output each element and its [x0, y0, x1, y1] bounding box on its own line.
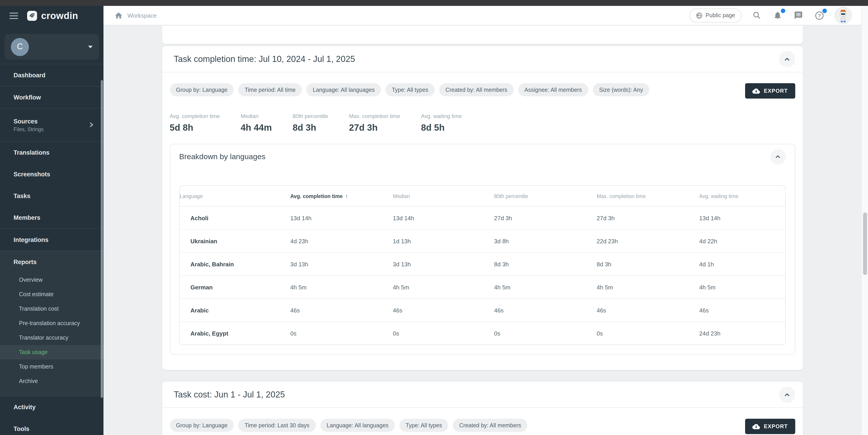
value-cell: 0s — [290, 322, 393, 345]
page-scrollbar[interactable] — [861, 6, 868, 435]
language-cell: Arabic, Bahrain — [180, 253, 290, 276]
value-cell: 4h 5m — [290, 276, 393, 299]
stat-label: 80th percentile — [292, 113, 328, 119]
language-cell: Arabic — [180, 299, 290, 322]
filter-chip[interactable]: Language: All languages — [320, 419, 395, 432]
filter-chip[interactable]: Group by: Language — [170, 419, 234, 432]
value-cell: 3d 13h — [393, 253, 494, 276]
sidebar-subitem[interactable]: Overview — [0, 273, 103, 287]
filter-chip[interactable]: Type: All types — [385, 83, 434, 96]
hamburger-menu-icon[interactable] — [9, 11, 18, 21]
sources-subtitle: Files, Strings — [13, 126, 43, 132]
filter-chips: Group by: LanguageTime period: All timeL… — [170, 83, 649, 96]
sidebar-subitem[interactable]: Task usage — [0, 345, 103, 359]
filter-chip[interactable]: Time period: All time — [238, 83, 302, 96]
value-cell: 8d 3h — [597, 253, 699, 276]
home-icon[interactable] — [114, 11, 123, 20]
language-cell: German — [180, 276, 290, 299]
filter-chip[interactable]: Time period: Last 30 days — [238, 419, 316, 432]
value-cell: 24d 23h — [699, 322, 785, 345]
messages-icon[interactable] — [793, 10, 804, 21]
svg-text:?: ? — [817, 12, 821, 18]
value-cell: 4d 1h — [699, 253, 785, 276]
sidebar-item-workflow[interactable]: Workflow — [0, 86, 103, 108]
help-icon[interactable]: ? — [814, 10, 825, 21]
notification-dot — [823, 8, 827, 13]
stat-label: Max. completion time — [349, 113, 400, 119]
sidebar-item-reports[interactable]: Reports — [0, 251, 103, 273]
collapse-breakdown-button[interactable] — [770, 149, 785, 164]
export-button[interactable]: EXPORT — [745, 419, 795, 434]
project-selector[interactable]: C — [4, 34, 99, 60]
export-button[interactable]: EXPORT — [745, 83, 795, 98]
sidebar-scrollbar-thumb[interactable] — [101, 80, 103, 398]
value-cell: 4h 5m — [699, 276, 785, 299]
sidebar-item[interactable]: Translations — [0, 142, 103, 163]
section-title-task-completion: Task completion time: Jul 10, 2024 - Jul… — [174, 54, 355, 64]
crowdin-logo-text: crowdin — [41, 10, 78, 21]
sidebar-item-sources[interactable]: Sources Files, Strings — [0, 109, 103, 141]
stat-value: 27d 3h — [349, 122, 400, 133]
table-row: Arabic, Egypt 0s 0s 0s 0s 24d 23h — [180, 322, 785, 345]
column-header[interactable]: Avg. waiting time↑ — [699, 186, 785, 206]
table-row: Acholi 13d 14h 13d 14h 27d 3h 27d 3h 13d… — [180, 206, 785, 230]
value-cell: 3d 8h — [494, 230, 597, 253]
sidebar-item-integrations[interactable]: Integrations — [0, 229, 103, 251]
value-cell: 22d 23h — [597, 230, 699, 253]
sidebar-subitem[interactable]: Top members — [0, 359, 103, 374]
table-row: Ukrainian 4d 23h 1d 13h 3d 8h 22d 23h 4d… — [180, 230, 785, 253]
caret-down-icon — [88, 46, 93, 48]
column-header[interactable]: Language↑ — [180, 186, 290, 206]
value-cell: 0s — [597, 322, 699, 345]
filter-chip[interactable]: Created by: All members — [439, 83, 514, 96]
value-cell: 0s — [494, 322, 597, 345]
stat-block: 80th percentile 8d 3h — [292, 113, 328, 133]
language-cell: Ukrainian — [180, 230, 290, 253]
column-header[interactable]: Avg. completion time↑ — [290, 186, 393, 206]
sidebar-subitem[interactable]: Pre-translation accuracy — [0, 316, 103, 330]
column-header[interactable]: Median↑ — [393, 186, 494, 206]
public-page-button[interactable]: Public page — [689, 8, 742, 22]
sidebar-subitem[interactable]: Archive — [0, 374, 103, 388]
table-row: German 4h 5m 4h 5m 4h 5m 4h 5m 4h 5m — [180, 276, 785, 299]
sidebar-item[interactable]: Tools — [0, 418, 103, 435]
user-avatar[interactable] — [835, 7, 852, 24]
collapse-section-button[interactable] — [779, 51, 795, 67]
filter-chip[interactable]: Type: All types — [399, 419, 448, 432]
sidebar-item[interactable]: Members — [0, 207, 103, 228]
sidebar-subitem[interactable]: Translation cost — [0, 301, 103, 316]
sidebar-nav: Dashboard Workflow Sources Files, String… — [0, 64, 103, 435]
filter-chip[interactable]: Created by: All members — [453, 419, 528, 432]
filter-chip[interactable]: Size (words): Any — [593, 83, 650, 96]
column-header[interactable]: Max. completion time↑ — [597, 186, 699, 206]
value-cell: 4h 5m — [597, 276, 699, 299]
value-cell: 46s — [393, 299, 494, 322]
crowdin-logo[interactable]: crowdin — [27, 10, 78, 21]
notifications-bell-icon[interactable] — [772, 10, 783, 21]
crowdin-logo-icon — [27, 10, 37, 21]
sidebar-subitem[interactable]: Cost estimate — [0, 287, 103, 301]
cloud-download-icon — [752, 88, 760, 94]
sidebar-item[interactable]: Activity — [0, 396, 103, 418]
reports-submenu: OverviewCost estimateTranslation costPre… — [0, 273, 103, 388]
sidebar-item[interactable]: Tasks — [0, 185, 103, 207]
collapse-section-button[interactable] — [779, 386, 795, 403]
filter-chip[interactable]: Group by: Language — [170, 83, 234, 96]
project-selector-section: C — [0, 25, 103, 64]
search-icon[interactable] — [751, 10, 762, 21]
stat-label: Avg. completion time — [170, 113, 220, 119]
page-scrollbar-thumb[interactable] — [863, 212, 867, 275]
value-cell: 0s — [393, 322, 494, 345]
languages-table: Language↑Avg. completion time↑Median↑80t… — [179, 185, 785, 345]
screen: crowdin C Dashboard Workflow Sources Fil… — [0, 0, 868, 435]
breadcrumb[interactable]: Workspace — [127, 12, 157, 19]
sidebar-item-dashboard[interactable]: Dashboard — [0, 64, 103, 86]
filter-chip[interactable]: Assignee: All members — [518, 83, 588, 96]
sidebar-subitem[interactable]: Translator accuracy — [0, 330, 103, 345]
column-header[interactable]: 80th percentile↑ — [494, 186, 597, 206]
value-cell: 46s — [290, 299, 393, 322]
breakdown-title: Breakdown by languages — [179, 152, 266, 161]
sidebar-item[interactable]: Screenshots — [0, 163, 103, 185]
filter-chip[interactable]: Language: All languages — [307, 83, 381, 96]
window-top-strip — [0, 0, 868, 6]
